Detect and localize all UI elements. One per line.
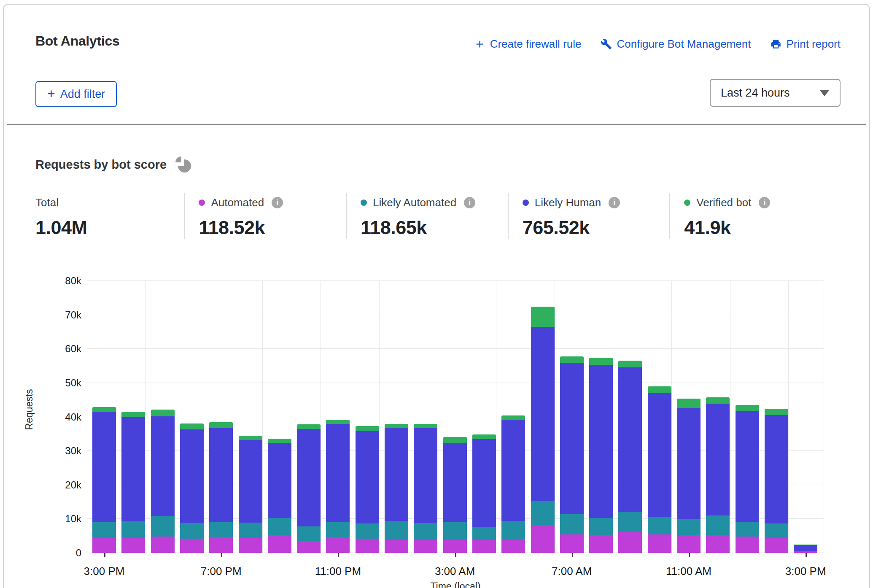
bar-segment-automated xyxy=(209,537,233,553)
x-tick-mark xyxy=(221,553,222,557)
bar-segment-likely-human xyxy=(414,428,437,523)
page-title: Bot Analytics xyxy=(35,33,119,49)
bar-segment-automated xyxy=(560,534,584,553)
bar-segment-verified-bot xyxy=(385,424,408,428)
bar-segment-likely-automated xyxy=(151,516,175,537)
header-actions: Create firewall ruleConfigure Bot Manage… xyxy=(474,38,841,51)
bar-segment-likely-automated xyxy=(209,522,233,537)
bar-segment-likely-automated xyxy=(618,512,642,532)
bar-segment-likely-human xyxy=(589,365,613,518)
bar-segment-likely-human xyxy=(794,545,817,551)
header-action-create-firewall-rule[interactable]: Create firewall rule xyxy=(474,38,582,51)
header-divider xyxy=(7,124,866,125)
bar-6-00-am-15 xyxy=(531,307,555,553)
bar-segment-verified-bot xyxy=(589,358,613,365)
gridline-horizontal xyxy=(87,348,824,349)
add-filter-button[interactable]: + Add filter xyxy=(35,81,117,107)
info-icon[interactable]: i xyxy=(759,197,770,208)
gridline-vertical xyxy=(613,281,613,553)
bar-3-00-am-12 xyxy=(443,437,467,553)
gridline-vertical xyxy=(379,281,380,553)
stat-label: Likely Automated xyxy=(373,196,456,209)
bar-segment-automated xyxy=(121,538,145,553)
bar-segment-likely-human xyxy=(151,416,175,516)
gridline-vertical xyxy=(438,281,438,553)
bar-segment-verified-bot xyxy=(326,420,350,424)
bar-segment-likely-automated xyxy=(531,501,555,525)
stat-label-row: Automatedi xyxy=(199,195,346,210)
gridline-vertical xyxy=(730,281,730,553)
stat-value: 118.65k xyxy=(361,217,508,239)
bar-segment-likely-automated xyxy=(180,523,204,539)
bar-segment-likely-human xyxy=(765,415,788,523)
stat-label: Verified bot xyxy=(696,196,751,209)
chart-plot-area xyxy=(87,281,824,553)
bar-segment-likely-automated xyxy=(239,523,262,538)
bar-segment-likely-human xyxy=(180,429,204,523)
bar-segment-automated xyxy=(297,541,321,553)
stat-verified-bot: Verified boti41.9k xyxy=(669,193,831,239)
bar-segment-automated xyxy=(765,538,788,553)
x-tick-label: 3:00 AM xyxy=(409,565,501,578)
bar-12-00-am-9 xyxy=(356,426,379,553)
gridline-horizontal xyxy=(87,281,824,281)
time-range-dropdown[interactable]: Last 24 hours xyxy=(710,79,841,107)
bar-segment-likely-human xyxy=(326,424,350,522)
bar-5-00-am-14 xyxy=(501,415,525,553)
info-icon[interactable]: i xyxy=(272,197,283,208)
bar-10-00-am-19 xyxy=(648,386,671,553)
y-tick-label: 70k xyxy=(46,309,81,321)
y-tick-label: 40k xyxy=(46,411,81,423)
bar-segment-likely-human xyxy=(531,327,555,501)
bar-segment-verified-bot xyxy=(414,424,437,428)
info-icon[interactable]: i xyxy=(609,197,620,208)
bar-segment-likely-human xyxy=(501,420,525,521)
bar-7-00-pm-4 xyxy=(209,422,233,553)
bar-segment-likely-automated xyxy=(648,517,671,534)
gridline-vertical xyxy=(555,281,555,553)
x-tick-mark xyxy=(689,553,690,557)
bar-segment-automated xyxy=(326,537,350,553)
bar-segment-likely-human xyxy=(443,443,467,522)
gridline-vertical xyxy=(262,281,263,553)
gridline-vertical xyxy=(146,281,146,553)
gridline-vertical xyxy=(788,281,789,553)
bar-segment-verified-bot xyxy=(443,437,467,443)
analytics-card: Bot Analytics Create firewall ruleConfig… xyxy=(3,4,870,588)
x-axis-title: Time (local) xyxy=(392,581,519,588)
bar-segment-likely-human xyxy=(92,412,116,522)
y-tick-label: 80k xyxy=(46,275,81,287)
bar-segment-verified-bot xyxy=(356,426,379,430)
legend-dot-likely-automated xyxy=(361,200,367,206)
wrench-icon xyxy=(601,38,612,50)
info-icon[interactable]: i xyxy=(464,197,475,208)
printer-icon xyxy=(770,38,781,50)
bar-segment-likely-human xyxy=(648,393,671,517)
bar-segment-likely-human xyxy=(121,417,145,521)
legend-dot-verified-bot xyxy=(684,200,690,206)
bot-analytics-page: Bot Analytics Create firewall ruleConfig… xyxy=(0,0,873,588)
plus-icon xyxy=(474,38,485,50)
bar-segment-likely-automated xyxy=(589,518,613,535)
bar-segment-automated xyxy=(414,539,437,553)
bar-segment-verified-bot xyxy=(706,397,730,404)
header-action-configure-bot-management[interactable]: Configure Bot Management xyxy=(601,38,751,51)
legend-dot-automated xyxy=(199,200,205,206)
bar-segment-verified-bot xyxy=(677,399,701,408)
bar-segment-automated xyxy=(677,535,701,553)
stat-value: 1.04M xyxy=(35,217,184,239)
bar-segment-verified-bot xyxy=(92,407,116,412)
bar-segment-likely-automated xyxy=(472,527,496,540)
bar-1-00-pm-22 xyxy=(736,405,759,553)
bar-segment-verified-bot xyxy=(618,361,642,367)
x-tick-label: 7:00 AM xyxy=(525,565,618,578)
time-range-value: Last 24 hours xyxy=(721,86,790,100)
bar-segment-verified-bot xyxy=(268,439,291,443)
bar-segment-automated xyxy=(239,538,262,553)
stat-value: 41.9k xyxy=(684,217,831,239)
gridline-vertical xyxy=(204,281,204,553)
bar-segment-automated xyxy=(531,525,555,553)
header-action-print-report[interactable]: Print report xyxy=(770,38,841,51)
bar-segment-automated xyxy=(92,538,116,553)
bar-segment-automated xyxy=(501,539,525,553)
